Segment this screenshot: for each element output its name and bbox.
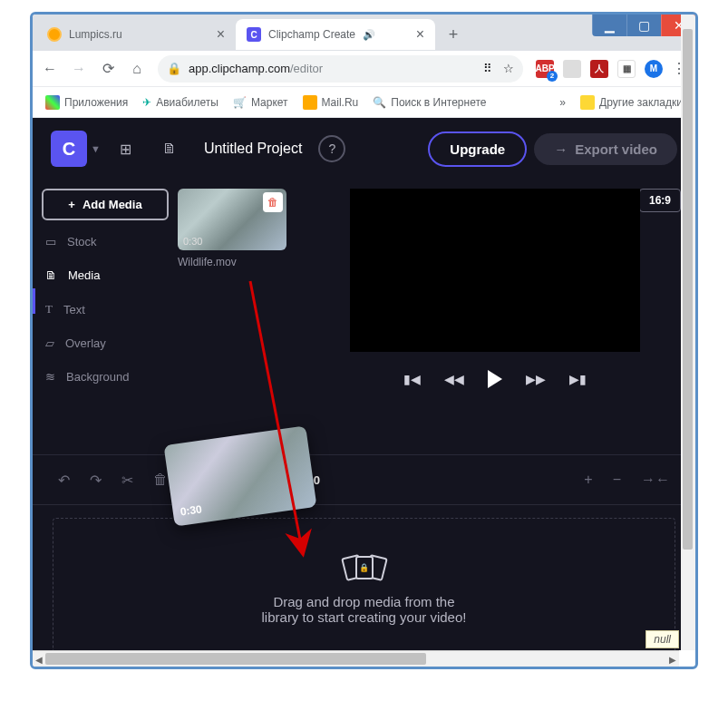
- sidebar-item-label: Media: [68, 268, 100, 282]
- playback-controls: ▮◀ ◀◀ ▶▶ ▶▮: [350, 370, 640, 388]
- add-media-label: Add Media: [83, 198, 142, 211]
- scrollbar-thumb[interactable]: [45, 653, 426, 665]
- media-icon: 🗎: [45, 268, 57, 282]
- extension-badge: 2: [547, 71, 558, 82]
- stock-icon: ▭: [45, 235, 56, 248]
- url-domain: app.clipchamp.com: [189, 62, 290, 75]
- add-media-button[interactable]: + Add Media: [42, 189, 169, 220]
- sidebar-item-background[interactable]: ≋Background: [42, 365, 169, 389]
- background-icon: ≋: [45, 370, 55, 384]
- tab-title: Lumpics.ru: [69, 28, 122, 41]
- scrollbar-thumb[interactable]: [683, 29, 693, 550]
- delete-button[interactable]: 🗑: [153, 472, 168, 488]
- media-clip[interactable]: 🗑 0:30: [178, 189, 286, 250]
- ghost-duration: 0:30: [180, 502, 203, 518]
- preview-canvas[interactable]: [350, 189, 640, 352]
- skip-start-button[interactable]: ▮◀: [403, 372, 421, 386]
- browser-toolbar: ← → ⟳ ⌂ 🔒 app.clipchamp.com/editor ⠿ ☆ A…: [33, 51, 695, 87]
- translate-icon[interactable]: ⠿: [483, 62, 492, 75]
- zoom-fit-button[interactable]: →←: [641, 472, 670, 488]
- nav-forward-button[interactable]: →: [71, 61, 87, 77]
- new-tab-button[interactable]: +: [441, 22, 466, 47]
- extension-icon[interactable]: [563, 60, 581, 78]
- adblock-extension-icon[interactable]: ABP 2: [536, 60, 554, 78]
- delete-clip-button[interactable]: 🗑: [263, 192, 283, 212]
- bookmark-mailru[interactable]: Mail.Ru: [303, 95, 359, 110]
- scroll-right-icon[interactable]: ▶: [666, 651, 679, 667]
- nav-home-button[interactable]: ⌂: [129, 61, 145, 77]
- rewind-button[interactable]: ◀◀: [444, 372, 464, 386]
- maximize-button[interactable]: ▢: [626, 15, 661, 36]
- project-title-input[interactable]: Untitled Project: [204, 141, 303, 157]
- sidebar-item-label: Background: [66, 370, 129, 384]
- window-controls: ▁ ▢ ✕: [592, 15, 695, 36]
- bookmarks-overflow-icon[interactable]: »: [559, 96, 566, 109]
- extension-icon[interactable]: ▦: [617, 60, 636, 78]
- bookmark-search[interactable]: 🔍Поиск в Интернете: [373, 96, 486, 109]
- timeline-dropzone[interactable]: 🔒 Drag and drop media from the library t…: [53, 518, 675, 650]
- null-tooltip: null: [645, 630, 679, 648]
- skip-end-button[interactable]: ▶▮: [569, 372, 587, 386]
- bookmark-label: Другие закладки: [599, 96, 683, 109]
- zoom-out-button[interactable]: −: [613, 472, 621, 488]
- close-tab-icon[interactable]: ×: [217, 26, 225, 43]
- app-logo-icon[interactable]: C: [51, 131, 87, 167]
- bookmark-label: Приложения: [64, 96, 128, 109]
- address-bar[interactable]: 🔒 app.clipchamp.com/editor ⠿ ☆: [158, 55, 523, 83]
- templates-button[interactable]: ⊞: [108, 131, 144, 167]
- help-button[interactable]: ?: [318, 135, 345, 162]
- chevron-down-icon[interactable]: ▼: [91, 143, 101, 154]
- tab-clipchamp[interactable]: C Clipchamp Create 🔊 ×: [236, 19, 435, 50]
- split-button[interactable]: ✂: [121, 472, 133, 489]
- sidebar-item-label: Overlay: [65, 336, 106, 350]
- export-video-button[interactable]: → Export video: [534, 133, 677, 165]
- bookmarks-bar: Приложения ✈Авиабилеты 🛒Маркет Mail.Ru 🔍…: [33, 87, 695, 118]
- bookmark-label: Поиск в Интернете: [391, 96, 486, 109]
- clip-filename: Wildlife.mov: [178, 256, 323, 268]
- clipchamp-app: C ▼ ⊞ 🗎 Untitled Project ? Upgrade → Exp…: [33, 118, 695, 650]
- sidebar-item-media[interactable]: 🗎Media: [42, 263, 169, 287]
- clipchamp-favicon-icon: C: [247, 27, 261, 42]
- bookmark-aviabilety[interactable]: ✈Авиабилеты: [142, 96, 218, 109]
- export-arrow-icon: →: [554, 141, 568, 157]
- bookmark-market[interactable]: 🛒Маркет: [233, 96, 288, 109]
- play-button[interactable]: [488, 370, 502, 388]
- media-library: 🗑 0:30 Wildlife.mov: [178, 180, 323, 454]
- bookmark-label: Авиабилеты: [156, 96, 218, 109]
- zoom-in-button[interactable]: +: [584, 472, 592, 488]
- tab-title: Clipchamp Create: [268, 28, 355, 41]
- overlay-icon: ▱: [45, 336, 54, 350]
- sidebar-item-text[interactable]: TText: [42, 297, 169, 322]
- dropzone-text-line2: library to start creating your video!: [262, 609, 467, 625]
- tab-audio-icon[interactable]: 🔊: [363, 29, 375, 41]
- bookmark-star-icon[interactable]: ☆: [503, 62, 514, 75]
- pdf-extension-icon[interactable]: 人: [590, 60, 608, 78]
- bookmark-apps[interactable]: Приложения: [45, 95, 128, 110]
- profile-avatar-icon[interactable]: M: [645, 60, 663, 78]
- bookmark-label: Mail.Ru: [322, 96, 359, 109]
- sidebar-item-overlay[interactable]: ▱Overlay: [42, 331, 169, 355]
- close-tab-icon[interactable]: ×: [416, 26, 424, 43]
- other-bookmarks-button[interactable]: Другие закладки: [580, 95, 683, 110]
- lock-icon: 🔒: [167, 62, 181, 75]
- redo-button[interactable]: ↷: [90, 472, 102, 489]
- file-button[interactable]: 🗎: [151, 131, 188, 167]
- horizontal-scrollbar[interactable]: ◀ ▶: [33, 650, 679, 667]
- bookmark-label: Маркет: [251, 96, 288, 109]
- upgrade-button[interactable]: Upgrade: [428, 131, 527, 167]
- aspect-ratio-button[interactable]: 16:9: [639, 189, 681, 212]
- plus-icon: +: [68, 198, 75, 211]
- minimize-button[interactable]: ▁: [592, 15, 626, 36]
- fast-forward-button[interactable]: ▶▶: [526, 372, 546, 386]
- nav-back-button[interactable]: ←: [42, 61, 58, 77]
- text-icon: T: [45, 302, 53, 316]
- sidebar-item-stock[interactable]: ▭Stock: [42, 229, 169, 254]
- vertical-scrollbar[interactable]: [681, 15, 695, 650]
- sidebar-item-label: Text: [63, 303, 85, 316]
- app-topbar: C ▼ ⊞ 🗎 Untitled Project ? Upgrade → Exp…: [33, 118, 695, 180]
- export-label: Export video: [575, 141, 657, 157]
- scroll-left-icon[interactable]: ◀: [33, 651, 45, 667]
- nav-reload-button[interactable]: ⟳: [100, 60, 116, 77]
- tab-lumpics[interactable]: Lumpics.ru ×: [36, 19, 236, 50]
- undo-button[interactable]: ↶: [58, 472, 70, 489]
